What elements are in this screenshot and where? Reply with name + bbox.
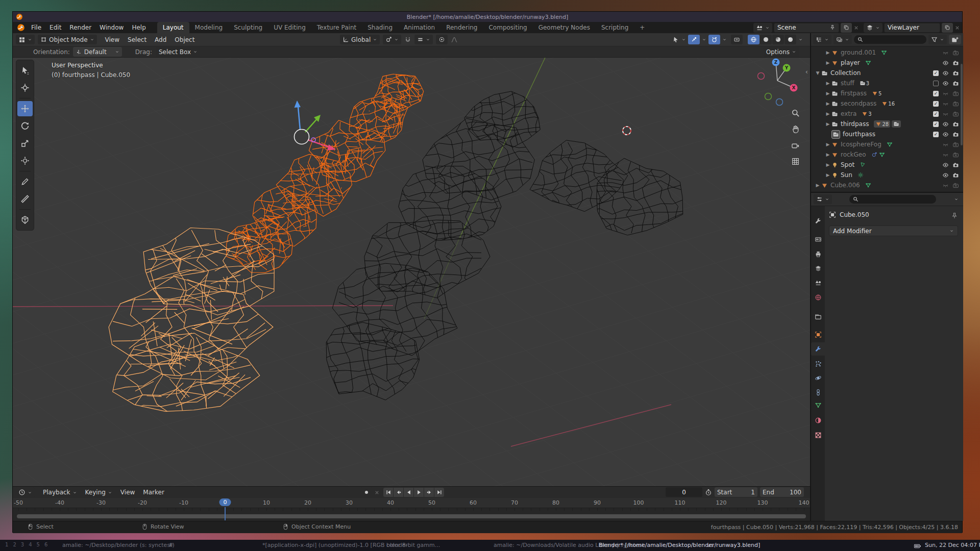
eye-icon[interactable] bbox=[942, 131, 949, 138]
viewlayer-type-button[interactable] bbox=[864, 23, 883, 33]
render-camera-icon[interactable] bbox=[952, 121, 959, 128]
chevron-down-icon[interactable] bbox=[681, 37, 686, 42]
workspace-2[interactable]: 2 bbox=[13, 542, 16, 547]
add-modifier-button[interactable]: Add Modifier bbox=[829, 226, 958, 236]
properties-tab-modifiers[interactable] bbox=[811, 342, 825, 356]
window-titlebar[interactable]: Blender* [/home/amalie/Desktop/blender/r… bbox=[13, 12, 962, 22]
timeline-menu-keying[interactable]: Keying bbox=[81, 487, 116, 498]
outliner-row-sun[interactable]: ▶Sun bbox=[811, 170, 963, 180]
viewlayer-remove-icon[interactable] bbox=[954, 25, 960, 31]
disclosure-closed-icon[interactable]: ▶ bbox=[824, 121, 831, 127]
menu-help[interactable]: Help bbox=[128, 22, 150, 33]
tool-measure[interactable] bbox=[17, 191, 33, 207]
outliner-scrollbar[interactable] bbox=[961, 64, 963, 145]
properties-tab-data[interactable] bbox=[811, 398, 825, 412]
tab-texture-paint[interactable]: Texture Paint bbox=[311, 22, 362, 33]
eye-icon[interactable] bbox=[942, 162, 949, 168]
workspace-3[interactable]: 3 bbox=[21, 542, 24, 547]
outliner-row-stuff[interactable]: ▶stuff3 bbox=[811, 78, 963, 88]
timeline-menu-view[interactable]: View bbox=[116, 487, 139, 498]
collection-checkbox[interactable]: ✓ bbox=[933, 101, 939, 107]
eye-closed-icon[interactable] bbox=[942, 101, 949, 107]
play-reverse-button[interactable] bbox=[404, 488, 413, 497]
render-camera-icon[interactable] bbox=[952, 131, 959, 138]
eye-closed-icon[interactable] bbox=[942, 111, 949, 117]
tab-modeling[interactable]: Modeling bbox=[189, 22, 229, 33]
shading-rendered-button[interactable] bbox=[785, 35, 796, 44]
properties-tab-material[interactable] bbox=[811, 414, 825, 427]
properties-tab-physics[interactable] bbox=[811, 371, 825, 385]
eye-closed-icon[interactable] bbox=[942, 141, 949, 148]
outliner-row-cube-006[interactable]: ▶Cube.006 bbox=[811, 180, 963, 190]
workspace-1[interactable]: 1 bbox=[5, 542, 8, 547]
taskbar-entry[interactable]: amalie: ~/Desktop/blender (s: synctest) bbox=[62, 542, 175, 548]
xray-toggle[interactable] bbox=[731, 35, 743, 44]
stopwatch-icon[interactable] bbox=[705, 489, 712, 496]
pin-icon[interactable] bbox=[829, 24, 836, 31]
properties-tab-particles[interactable] bbox=[811, 357, 825, 370]
eye-icon[interactable] bbox=[942, 121, 949, 128]
outliner-row-icospherefog[interactable]: ▶IcosphereFog bbox=[811, 139, 963, 149]
scene-copy-button[interactable] bbox=[841, 23, 852, 33]
camera-view-icon[interactable] bbox=[791, 141, 800, 150]
disclosure-closed-icon[interactable]: ▶ bbox=[814, 183, 821, 188]
disclosure-closed-icon[interactable]: ▶ bbox=[824, 60, 831, 65]
shading-wireframe-button[interactable] bbox=[748, 35, 760, 44]
outliner-row-firstpass[interactable]: ▶firstpass5✓ bbox=[811, 88, 963, 98]
eye-icon[interactable] bbox=[942, 172, 949, 179]
collection-checkbox[interactable]: ✓ bbox=[933, 111, 939, 117]
eye-icon[interactable] bbox=[942, 70, 949, 77]
render-camera-icon[interactable] bbox=[952, 70, 959, 77]
sidebar-collapse-arrow[interactable]: ‹ bbox=[805, 68, 808, 76]
outliner-row-secondpass[interactable]: ▶secondpass16✓ bbox=[811, 98, 963, 109]
zoom-control-icon[interactable] bbox=[791, 109, 800, 117]
viewlayer-copy-button[interactable] bbox=[942, 23, 953, 33]
tool-cursor[interactable] bbox=[17, 80, 33, 95]
properties-tab-output[interactable] bbox=[811, 247, 825, 261]
tool-rotate[interactable] bbox=[17, 118, 33, 134]
properties-editor-type-button[interactable] bbox=[814, 194, 832, 204]
tool-annotate[interactable] bbox=[17, 174, 33, 189]
collection-checkbox[interactable]: ✓ bbox=[933, 91, 939, 96]
falloff-curve-icon[interactable] bbox=[451, 36, 458, 43]
disclosure-closed-icon[interactable]: ▶ bbox=[824, 152, 831, 157]
outliner-row-fourthpass[interactable]: fourthpass✓ bbox=[811, 129, 963, 139]
collection-checkbox[interactable] bbox=[933, 81, 939, 86]
viewport-menu-select[interactable]: Select bbox=[124, 34, 151, 45]
add-workspace-button[interactable]: + bbox=[634, 22, 650, 33]
workspace-switcher[interactable]: 123456 bbox=[5, 542, 47, 547]
proportional-menu-button[interactable] bbox=[414, 35, 433, 44]
eye-closed-icon[interactable] bbox=[942, 182, 949, 189]
taskbar-entry[interactable]: *[application-x-dpi] (unoptimized)-1.0 [… bbox=[262, 542, 440, 548]
properties-tab-scene[interactable] bbox=[811, 276, 825, 289]
blender-menu-logo-icon[interactable] bbox=[17, 23, 25, 32]
tab-compositing[interactable]: Compositing bbox=[483, 22, 532, 33]
menu-window[interactable]: Window bbox=[95, 22, 128, 33]
outliner-row-collection[interactable]: ▼Collection✓ bbox=[811, 68, 963, 78]
tool-scale[interactable] bbox=[17, 136, 33, 151]
viewport-canvas[interactable]: ZYX User Perspective (0) fourthpass | Cu… bbox=[13, 58, 810, 486]
render-camera-icon[interactable] bbox=[952, 80, 959, 87]
render-camera-icon[interactable] bbox=[952, 172, 959, 179]
outliner-display-mode-button[interactable] bbox=[813, 35, 831, 44]
end-frame-field[interactable]: End100 bbox=[760, 487, 804, 497]
render-camera-off-icon[interactable] bbox=[952, 141, 959, 148]
properties-tab-render[interactable] bbox=[811, 233, 825, 246]
render-camera-off-icon[interactable] bbox=[952, 90, 959, 97]
outliner-search-input[interactable] bbox=[854, 35, 926, 44]
properties-tab-tool[interactable] bbox=[811, 214, 825, 228]
chevron-down-icon[interactable] bbox=[722, 37, 727, 42]
playhead-line[interactable] bbox=[225, 507, 226, 520]
tab-uv-editing[interactable]: UV Editing bbox=[268, 22, 311, 33]
scene-unlink-icon[interactable] bbox=[853, 25, 859, 31]
scene-type-button[interactable] bbox=[753, 23, 772, 33]
pin-icon[interactable] bbox=[951, 212, 958, 219]
disclosure-open-icon[interactable]: ▼ bbox=[814, 70, 821, 76]
properties-tab-texture[interactable] bbox=[811, 429, 825, 442]
jump-to-start-button[interactable] bbox=[383, 488, 393, 497]
scene-selector[interactable]: Scene bbox=[774, 23, 839, 33]
outliner-row-player[interactable]: ▶player bbox=[811, 58, 963, 68]
outliner-row-rockgeo[interactable]: ▶rockGeo bbox=[811, 149, 963, 160]
drag-mode-selector[interactable]: Select Box bbox=[156, 47, 200, 57]
render-camera-off-icon[interactable] bbox=[952, 152, 959, 158]
